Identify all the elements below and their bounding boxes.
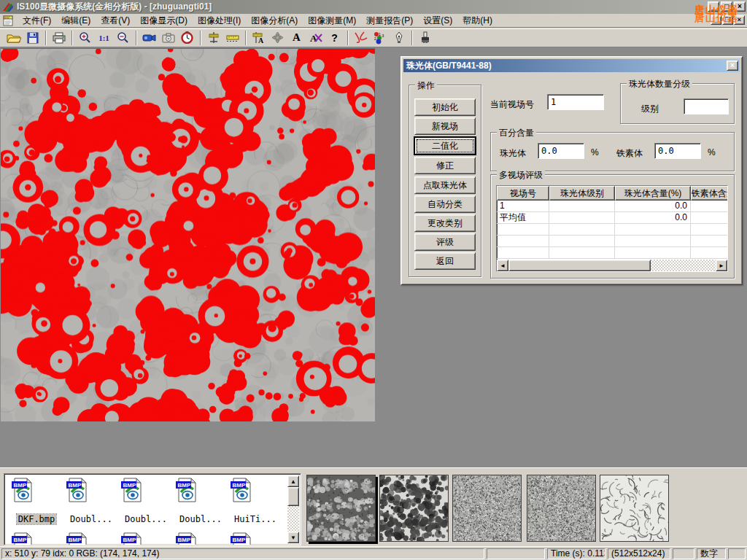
new-field-button[interactable]: 新视场 xyxy=(414,117,476,135)
pen-tool-button[interactable] xyxy=(390,29,408,46)
table-row[interactable]: 平均值 0.0 xyxy=(497,212,727,224)
menu-settings[interactable]: 设置(S) xyxy=(418,13,457,28)
svg-text:BMP: BMP xyxy=(178,482,191,489)
thumbnail-3[interactable] xyxy=(452,475,522,542)
pick-pearlite-button[interactable]: 点取珠光体 xyxy=(414,176,476,194)
measure-label-button[interactable]: A xyxy=(249,29,268,46)
pearlite-dialog[interactable]: 珠光体(GB/T9441-88) × 操作 初始化 新视场 二值化 修正 点取珠… xyxy=(400,56,743,285)
current-field-input[interactable] xyxy=(547,94,604,110)
table-horizontal-scrollbar[interactable]: ◄ ► xyxy=(497,260,727,271)
menu-image-measure[interactable]: 图像测量(M) xyxy=(303,13,361,28)
change-class-button[interactable]: 更改类别 xyxy=(414,214,476,232)
open-button[interactable] xyxy=(4,29,23,46)
col-header-pearlite[interactable]: 珠光体含量(%) xyxy=(615,186,691,201)
cell-field: 平均值 xyxy=(497,212,549,224)
text-delete-button[interactable]: A xyxy=(306,29,325,46)
dialog-close-button[interactable]: × xyxy=(727,61,738,71)
col-header-grade[interactable]: 珠光体级别 xyxy=(549,186,615,201)
menu-measure-report[interactable]: 测量报告(P) xyxy=(361,13,418,28)
file-list[interactable]: BMP DKF.bmp BMP Doubl... BMP Doubl... BM… xyxy=(4,473,301,545)
scroll-thumb[interactable] xyxy=(287,487,299,506)
return-button[interactable]: 返回 xyxy=(414,252,476,270)
file-item[interactable]: BMP Doubl... xyxy=(174,477,227,524)
thumbnail-5[interactable] xyxy=(600,475,669,542)
thumbnail-2[interactable] xyxy=(379,475,449,542)
scroll-down-arrow[interactable]: ▼ xyxy=(287,532,299,543)
scroll-track[interactable] xyxy=(651,260,716,271)
initialize-button[interactable]: 初始化 xyxy=(414,98,476,116)
col-header-ferrite[interactable]: 铁素体含量(%) xyxy=(691,186,728,201)
svg-text:DOC: DOC xyxy=(4,16,10,19)
menu-view[interactable]: 查看(V) xyxy=(96,13,135,28)
cell-ferrite xyxy=(691,212,728,224)
save-button[interactable] xyxy=(23,29,42,46)
toolbar-separator xyxy=(411,31,413,45)
document-icon[interactable]: DOC xyxy=(3,15,15,26)
camera-capture-button[interactable] xyxy=(159,29,177,46)
menu-image-processing[interactable]: 图像处理(I) xyxy=(193,13,246,28)
grade-button[interactable]: 评级 xyxy=(414,233,476,251)
svg-text:A: A xyxy=(258,36,264,44)
toolbar-separator xyxy=(200,31,201,45)
timer-capture-button[interactable] xyxy=(178,29,196,46)
marker-points-button[interactable]: 132 xyxy=(371,29,389,46)
file-name[interactable]: DKF.bmp xyxy=(17,514,57,524)
scroll-thumb[interactable] xyxy=(508,260,651,271)
file-item[interactable]: BMP xyxy=(120,532,172,545)
auto-classify-button[interactable]: 自动分类 xyxy=(414,195,476,213)
binarize-button[interactable]: 二值化 xyxy=(414,137,476,155)
caliper-measure-button[interactable] xyxy=(204,29,222,46)
file-item[interactable]: BMP xyxy=(174,532,227,545)
dialog-title-bar[interactable]: 珠光体(GB/T9441-88) × xyxy=(403,59,740,72)
scroll-right-arrow[interactable]: ► xyxy=(716,260,727,271)
window-title: IS100显微摄像系统(金相分析版) - [zhuguangti01] xyxy=(17,1,212,13)
zoom-in-button[interactable] xyxy=(76,29,94,46)
thumbnail-1[interactable] xyxy=(306,475,376,542)
menu-image-analysis[interactable]: 图像分析(A) xyxy=(246,13,303,28)
text-annotate-button[interactable]: A xyxy=(287,29,306,46)
col-header-field[interactable]: 视场号 xyxy=(497,186,549,201)
file-item[interactable]: BMP xyxy=(10,532,63,545)
curve-tool-button[interactable] xyxy=(352,29,370,46)
ruler-measure-button[interactable] xyxy=(223,29,241,46)
caliper-text-icon: A xyxy=(252,31,266,44)
correct-button[interactable]: 修正 xyxy=(414,157,476,174)
print-button[interactable] xyxy=(50,29,68,46)
menu-edit[interactable]: 编辑(E) xyxy=(56,13,96,28)
menu-help[interactable]: 帮助(H) xyxy=(457,13,498,28)
thumbnail-4[interactable] xyxy=(527,475,596,542)
menu-file[interactable]: 文件(F) xyxy=(18,13,56,28)
title-bar[interactable]: IS100显微摄像系统(金相分析版) - [zhuguangti01] _ □ … xyxy=(0,0,747,14)
zoom-out-button[interactable] xyxy=(114,29,132,46)
file-item[interactable]: BMP Doubl... xyxy=(65,477,117,524)
scroll-left-arrow[interactable]: ◄ xyxy=(497,260,508,271)
file-item[interactable]: BMP xyxy=(229,532,282,545)
file-item[interactable]: BMP Doubl... xyxy=(120,477,172,524)
file-name[interactable]: HuiTi... xyxy=(233,514,278,524)
file-item[interactable]: BMP HuiTi... xyxy=(229,477,282,524)
bmp-file-icon: BMP xyxy=(120,477,144,503)
file-name[interactable]: Doubl... xyxy=(69,514,114,524)
vertical-caliper-icon xyxy=(208,31,220,44)
move-tool-button[interactable] xyxy=(268,29,287,46)
menu-image-display[interactable]: 图像显示(D) xyxy=(135,13,193,28)
brush-tool-button[interactable] xyxy=(416,29,434,46)
actual-size-button[interactable]: 1:1 xyxy=(95,29,113,46)
toolbar-separator xyxy=(347,31,349,45)
file-name[interactable]: Doubl... xyxy=(178,514,223,524)
camera-icon xyxy=(162,33,175,43)
help-button[interactable]: ? xyxy=(325,29,344,46)
toolbar: 1:1 A A A ? xyxy=(0,28,747,47)
ferrite-percent-input[interactable] xyxy=(654,143,701,159)
file-item[interactable]: BMP xyxy=(65,532,117,545)
grading-table[interactable]: 视场号 珠光体级别 珠光体含量(%) 铁素体含量(%) 1 0.0 平均值 0.… xyxy=(496,185,728,272)
file-list-scrollbar[interactable]: ▲ ▼ xyxy=(287,475,299,543)
pearlite-percent-input[interactable] xyxy=(538,143,584,159)
scroll-up-arrow[interactable]: ▲ xyxy=(287,475,299,487)
table-row[interactable]: 1 0.0 xyxy=(497,201,727,212)
file-name[interactable]: Doubl... xyxy=(123,514,169,524)
file-item[interactable]: BMP DKF.bmp xyxy=(10,477,63,524)
video-capture-button[interactable] xyxy=(140,29,158,46)
level-input[interactable] xyxy=(684,98,729,114)
micrograph-image[interactable] xyxy=(1,48,375,421)
